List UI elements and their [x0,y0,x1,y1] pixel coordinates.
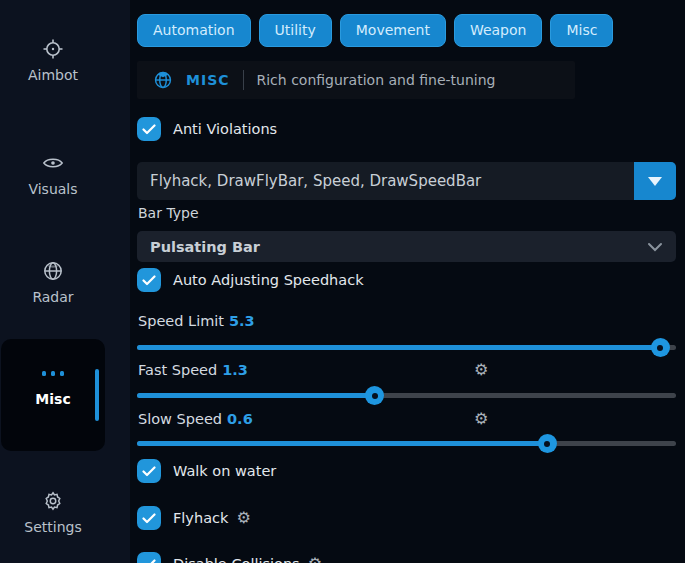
slider-fill [137,393,374,398]
slow-speed-slider-thumb[interactable] [538,434,557,453]
check-icon [142,466,156,477]
slider-fill [137,441,547,446]
slow-speed-value: 0.6 [227,411,253,427]
tab-weapon[interactable]: Weapon [454,14,543,47]
checkbox-label: Disable Collisions ⚙ [173,556,322,563]
category-tabs: Automation Utility Movement Weapon Misc [137,14,613,47]
gear-icon [42,490,64,512]
section-subtitle: Rich configuration and fine-tuning [257,72,496,88]
checkbox-row-auto-adjusting: Auto Adjusting Speedhack [137,267,364,293]
slow-speed-gear-icon[interactable]: ⚙ [474,411,488,427]
sidebar-item-settings[interactable]: Settings [0,490,106,535]
slider-fill [137,345,660,350]
bar-type-label: Bar Type [138,205,199,221]
disable-collisions-gear-icon[interactable]: ⚙ [308,556,322,563]
sidebar-item-visuals[interactable]: Visuals [0,152,106,197]
sidebar-item-label: Visuals [28,181,77,197]
tab-misc[interactable]: Misc [550,14,613,47]
checkbox-label: Auto Adjusting Speedhack [173,272,364,288]
checkbox-row-walk-on-water: Walk on water [137,458,276,484]
sidebar-item-label: Settings [24,519,81,535]
checkbox-row-flyhack: Flyhack ⚙ [137,505,251,531]
main-content: Automation Utility Movement Weapon Misc … [137,0,676,563]
walk-on-water-checkbox[interactable] [137,459,161,483]
check-icon [142,124,156,135]
section-header: MISC Rich configuration and fine-tuning [137,61,575,99]
anti-violations-checkbox[interactable] [137,117,161,141]
fast-speed-slider-thumb[interactable] [365,386,384,405]
tab-automation[interactable]: Automation [137,14,251,47]
checkbox-label: Walk on water [173,463,276,479]
multiselect-value: Flyhack, DrawFlyBar, Speed, DrawSpeedBar [137,172,634,190]
sidebar-item-label: Aimbot [28,67,78,83]
tab-movement[interactable]: Movement [340,14,446,47]
fast-speed-value: 1.3 [222,362,248,378]
sidebar-item-misc[interactable]: Misc [0,362,106,407]
select-value: Pulsating Bar [150,239,647,255]
fast-speed-label: Fast Speed1.3 [138,362,248,378]
disable-collisions-checkbox[interactable] [137,552,161,563]
speed-limit-slider-thumb[interactable] [651,338,670,357]
fast-speed-gear-icon[interactable]: ⚙ [474,362,488,378]
triangle-down-icon [648,177,662,186]
sidebar-item-label: Misc [35,391,70,407]
header-divider [243,70,244,90]
crosshair-icon [42,38,64,60]
speed-limit-slider[interactable] [137,345,676,350]
check-icon [142,513,156,524]
slow-speed-slider[interactable] [137,441,676,446]
globe-icon [153,70,173,90]
chevron-down-icon [647,242,663,252]
sidebar-item-label: Radar [32,289,73,305]
auto-adjusting-checkbox[interactable] [137,268,161,292]
flyhack-gear-icon[interactable]: ⚙ [236,510,250,526]
checkbox-row-disable-collisions: Disable Collisions ⚙ [137,551,322,563]
globe-icon [42,260,64,282]
section-title: MISC [186,72,230,88]
checkbox-label: Anti Violations [173,121,277,137]
check-icon [142,275,156,286]
tab-utility[interactable]: Utility [259,14,332,47]
flyhack-checkbox[interactable] [137,506,161,530]
sidebar-item-aimbot[interactable]: Aimbot [0,38,106,83]
ellipsis-icon [42,362,64,384]
checkbox-label: Flyhack ⚙ [173,510,251,526]
checkbox-row-anti-violations: Anti Violations [137,116,277,142]
fast-speed-slider[interactable] [137,393,676,398]
eye-icon [42,152,64,174]
check-icon [142,559,156,563]
bar-multiselect[interactable]: Flyhack, DrawFlyBar, Speed, DrawSpeedBar [137,162,676,200]
bar-type-select[interactable]: Pulsating Bar [137,231,676,262]
sidebar-item-radar[interactable]: Radar [0,260,106,305]
slow-speed-label: Slow Speed0.6 [138,411,253,427]
sidebar: Aimbot Visuals Radar Misc [0,0,130,563]
speed-limit-value: 5.3 [229,313,255,329]
speed-limit-label: Speed Limit5.3 [138,313,255,329]
dropdown-open-button[interactable] [634,162,676,200]
